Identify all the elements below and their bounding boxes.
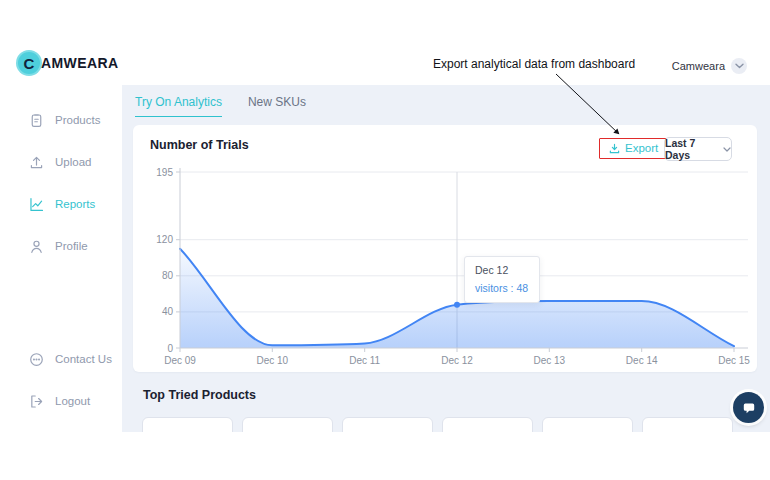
- sidebar-item-logout[interactable]: Logout: [0, 386, 122, 416]
- top-tried-products-title: Top Tried Products: [143, 388, 256, 402]
- tab-bar: Try On Analytics New SKUs: [122, 85, 770, 117]
- card-title: Number of Trials: [150, 138, 249, 152]
- main-content: Try On Analytics New SKUs 04080120195Dec…: [122, 85, 770, 432]
- reports-icon: [28, 196, 45, 213]
- tooltip-value: visitors : 48: [475, 282, 528, 294]
- svg-text:Dec 11: Dec 11: [349, 355, 380, 366]
- header: C AMWEARA Export analytical data from da…: [0, 0, 770, 85]
- export-button[interactable]: Export: [599, 138, 668, 159]
- trials-chart-svg: 04080120195Dec 09Dec 10Dec 11Dec 12Dec 1…: [133, 125, 757, 372]
- sidebar-item-profile[interactable]: Profile: [0, 231, 122, 261]
- number-of-trials-card: 04080120195Dec 09Dec 10Dec 11Dec 12Dec 1…: [133, 125, 757, 372]
- annotation-text: Export analytical data from dashboard: [433, 57, 635, 71]
- svg-text:120: 120: [156, 234, 173, 245]
- svg-text:0: 0: [167, 343, 173, 354]
- tab-new-skus[interactable]: New SKUs: [248, 95, 306, 117]
- svg-text:Dec 10: Dec 10: [256, 355, 288, 366]
- range-label: Last 7 Days: [665, 137, 717, 161]
- logo-text: AMWEARA: [41, 55, 118, 71]
- chart-tooltip: Dec 12 visitors : 48: [464, 256, 540, 303]
- products-icon: [28, 112, 45, 129]
- sidebar-item-label: Profile: [55, 240, 88, 252]
- trials-line-chart[interactable]: 04080120195Dec 09Dec 10Dec 11Dec 12Dec 1…: [133, 125, 757, 372]
- svg-text:80: 80: [162, 270, 174, 281]
- sidebar: Products Upload Reports Profile: [0, 85, 122, 432]
- product-card-placeholder[interactable]: [242, 417, 333, 432]
- sidebar-item-reports[interactable]: Reports: [0, 189, 122, 219]
- sidebar-item-label: Logout: [55, 395, 90, 407]
- camweara-logo: C AMWEARA: [18, 52, 118, 74]
- logout-icon: [28, 393, 45, 410]
- chat-widget-button[interactable]: [733, 392, 764, 423]
- svg-text:Dec 09: Dec 09: [164, 355, 196, 366]
- contact-icon: [28, 351, 45, 368]
- account-name: Camweara: [672, 60, 725, 72]
- sidebar-item-contact-us[interactable]: Contact Us: [0, 344, 122, 374]
- top-tried-products-row: [142, 417, 733, 432]
- profile-icon: [28, 238, 45, 255]
- product-card-placeholder[interactable]: [642, 417, 733, 432]
- sidebar-item-label: Reports: [55, 198, 95, 210]
- sidebar-item-label: Contact Us: [55, 353, 112, 365]
- svg-text:195: 195: [156, 167, 173, 178]
- svg-text:Dec 12: Dec 12: [441, 355, 473, 366]
- product-card-placeholder[interactable]: [542, 417, 633, 432]
- product-card-placeholder[interactable]: [142, 417, 233, 432]
- chevron-down-icon: [723, 147, 731, 152]
- product-card-placeholder[interactable]: [442, 417, 533, 432]
- date-range-select[interactable]: Last 7 Days: [664, 137, 732, 161]
- card-header: Number of Trials Export Last 7 Days: [133, 125, 757, 161]
- sidebar-item-label: Upload: [55, 156, 91, 168]
- svg-text:Dec 14: Dec 14: [626, 355, 658, 366]
- tooltip-date: Dec 12: [475, 264, 528, 276]
- account-menu[interactable]: Camweara: [672, 58, 747, 74]
- chat-bubble-icon: [741, 400, 757, 416]
- logo-c-icon: C: [18, 52, 40, 74]
- sidebar-item-upload[interactable]: Upload: [0, 147, 122, 177]
- chevron-down-icon[interactable]: [731, 58, 747, 74]
- product-card-placeholder[interactable]: [342, 417, 433, 432]
- tab-try-on-analytics[interactable]: Try On Analytics: [135, 95, 222, 117]
- sidebar-item-products[interactable]: Products: [0, 105, 122, 135]
- export-label: Export: [625, 142, 658, 154]
- download-icon: [609, 143, 620, 154]
- svg-text:Dec 15: Dec 15: [718, 355, 750, 366]
- sidebar-item-label: Products: [55, 114, 100, 126]
- dashboard-page: C AMWEARA Export analytical data from da…: [0, 0, 770, 480]
- upload-icon: [28, 154, 45, 171]
- svg-text:Dec 13: Dec 13: [533, 355, 565, 366]
- svg-text:40: 40: [162, 306, 174, 317]
